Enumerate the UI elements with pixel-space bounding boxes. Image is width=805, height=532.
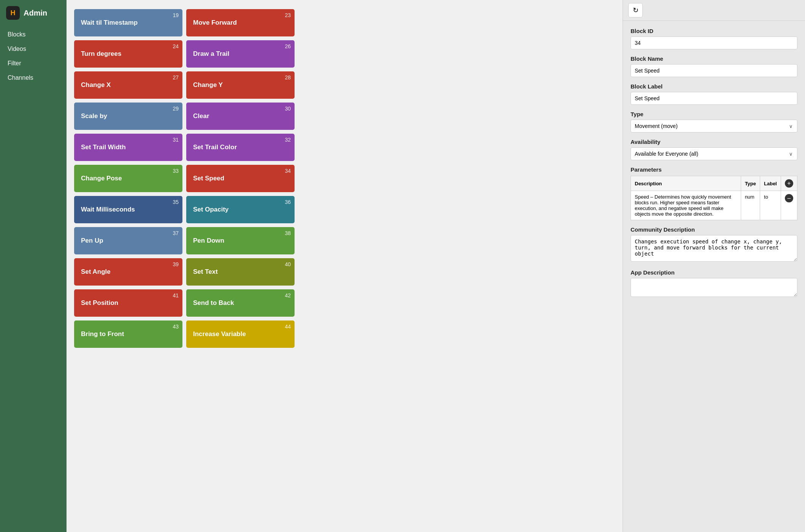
- app-desc-label: App Description: [631, 269, 797, 276]
- block-id-group: Block ID: [631, 28, 797, 49]
- block-btn-28[interactable]: Change Y28: [186, 71, 295, 99]
- block-label: Set Trail Color: [193, 144, 237, 151]
- type-select[interactable]: Movement (move)ControlSoundDrawingDispla…: [631, 120, 797, 133]
- app-title: Admin: [24, 9, 47, 17]
- block-num: 40: [285, 261, 291, 267]
- block-btn-30[interactable]: Clear30: [186, 103, 295, 130]
- sidebar-item-blocks[interactable]: Blocks: [0, 27, 67, 42]
- block-num: 24: [173, 43, 179, 49]
- block-name-input[interactable]: [631, 64, 797, 77]
- block-label: Send to Back: [193, 299, 234, 307]
- block-num: 30: [285, 106, 291, 112]
- add-parameter-button[interactable]: +: [785, 179, 793, 188]
- block-label: Increase Variable: [193, 330, 246, 338]
- block-btn-32[interactable]: Set Trail Color32: [186, 134, 295, 161]
- block-btn-35[interactable]: Wait Milliseconds35: [74, 196, 182, 223]
- block-btn-19[interactable]: Wait til Timestamp19: [74, 9, 182, 36]
- block-label: Clear: [193, 112, 209, 120]
- community-desc-textarea[interactable]: [631, 235, 797, 262]
- block-num: 42: [285, 292, 291, 298]
- block-label: Set Angle: [81, 268, 111, 276]
- availability-select-wrapper: Available for Everyone (all)Admin OnlyHi…: [631, 147, 797, 160]
- block-num: 34: [285, 168, 291, 174]
- blocks-area: Wait til Timestamp19Move Forward23Turn d…: [67, 0, 623, 532]
- block-name-label: Block Name: [631, 55, 797, 62]
- sidebar-header: H Admin: [0, 6, 67, 27]
- sidebar-item-videos[interactable]: Videos: [0, 42, 67, 56]
- block-label: Set Opacity: [193, 206, 229, 213]
- block-btn-37[interactable]: Pen Up37: [74, 227, 182, 254]
- block-label: Set Text: [193, 268, 218, 276]
- block-num: 41: [173, 292, 179, 298]
- block-name-group: Block Name: [631, 55, 797, 77]
- block-label: Pen Down: [193, 237, 224, 245]
- block-label-label: Block Label: [631, 83, 797, 90]
- block-label-input[interactable]: [631, 92, 797, 105]
- availability-label: Availability: [631, 139, 797, 145]
- block-btn-38[interactable]: Pen Down38: [186, 227, 295, 254]
- sidebar-item-channels[interactable]: Channels: [0, 71, 67, 85]
- block-label: Change Pose: [81, 175, 122, 182]
- parameters-section: Parameters Description Type Label +: [631, 166, 797, 220]
- block-num: 33: [173, 168, 179, 174]
- block-btn-23[interactable]: Move Forward23: [186, 9, 295, 36]
- blocks-grid: Wait til Timestamp19Move Forward23Turn d…: [74, 9, 295, 348]
- block-btn-39[interactable]: Set Angle39: [74, 258, 182, 286]
- table-row: Speed – Determines how quickly movement …: [631, 191, 797, 220]
- block-num: 37: [173, 230, 179, 236]
- block-label: Wait til Timestamp: [81, 19, 138, 27]
- block-btn-36[interactable]: Set Opacity36: [186, 196, 295, 223]
- block-id-input[interactable]: [631, 36, 797, 49]
- block-num: 39: [173, 261, 179, 267]
- block-num: 43: [173, 324, 179, 330]
- col-label: Label: [760, 176, 781, 191]
- block-num: 19: [173, 12, 179, 18]
- sidebar-nav: BlocksVideosFilterChannels: [0, 27, 67, 85]
- block-label: Draw a Trail: [193, 50, 229, 58]
- block-num: 31: [173, 137, 179, 143]
- type-select-wrapper: Movement (move)ControlSoundDrawingDispla…: [631, 120, 797, 133]
- block-label: Wait Milliseconds: [81, 206, 135, 213]
- block-num: 26: [285, 43, 291, 49]
- param-label: to: [760, 191, 781, 220]
- community-desc-group: Community Description: [631, 226, 797, 263]
- block-btn-29[interactable]: Scale by29: [74, 103, 182, 130]
- panel-content: Block ID Block Name Block Label Type Mov…: [623, 21, 805, 311]
- block-btn-40[interactable]: Set Text40: [186, 258, 295, 286]
- remove-parameter-button[interactable]: –: [785, 194, 793, 202]
- block-btn-31[interactable]: Set Trail Width31: [74, 134, 182, 161]
- type-label: Type: [631, 111, 797, 117]
- type-group: Type Movement (move)ControlSoundDrawingD…: [631, 111, 797, 133]
- block-btn-44[interactable]: Increase Variable44: [186, 320, 295, 348]
- sidebar: H Admin BlocksVideosFilterChannels: [0, 0, 67, 532]
- availability-select[interactable]: Available for Everyone (all)Admin OnlyHi…: [631, 147, 797, 160]
- block-num: 28: [285, 74, 291, 81]
- app-logo: H: [6, 6, 20, 20]
- app-desc-textarea[interactable]: [631, 278, 797, 297]
- block-num: 32: [285, 137, 291, 143]
- parameters-table: Description Type Label + Speed – Determi…: [631, 176, 797, 220]
- block-btn-42[interactable]: Send to Back42: [186, 289, 295, 317]
- sidebar-item-filter[interactable]: Filter: [0, 56, 67, 71]
- param-action: –: [781, 191, 797, 220]
- panel-toolbar: ↻: [623, 0, 805, 21]
- block-btn-26[interactable]: Draw a Trail26: [186, 40, 295, 68]
- block-btn-27[interactable]: Change X27: [74, 71, 182, 99]
- block-btn-33[interactable]: Change Pose33: [74, 165, 182, 192]
- block-btn-43[interactable]: Bring to Front43: [74, 320, 182, 348]
- block-num: 38: [285, 230, 291, 236]
- block-btn-24[interactable]: Turn degrees24: [74, 40, 182, 68]
- block-num: 44: [285, 324, 291, 330]
- block-btn-41[interactable]: Set Position41: [74, 289, 182, 317]
- block-label: Turn degrees: [81, 50, 121, 58]
- block-label: Bring to Front: [81, 330, 124, 338]
- block-label: Change X: [81, 81, 111, 89]
- parameters-label: Parameters: [631, 166, 797, 173]
- refresh-button[interactable]: ↻: [628, 3, 643, 17]
- block-num: 36: [285, 199, 291, 205]
- block-label: Change Y: [193, 81, 223, 89]
- col-description: Description: [631, 176, 741, 191]
- block-num: 29: [173, 106, 179, 112]
- block-btn-34[interactable]: Set Speed34: [186, 165, 295, 192]
- block-label: Move Forward: [193, 19, 237, 27]
